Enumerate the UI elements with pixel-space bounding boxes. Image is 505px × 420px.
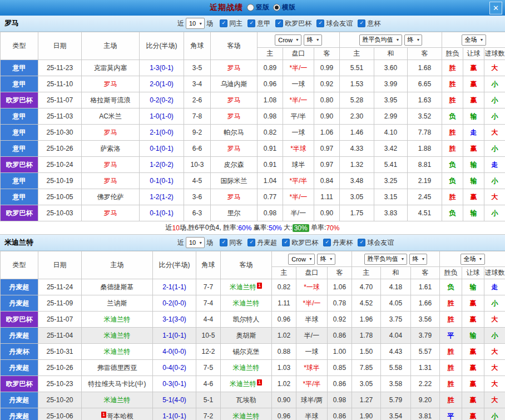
goals-flag: 小 [484, 328, 505, 344]
match-row: 欧罗巴杯25-11-07米迪兰特3-1(3-0)4-4凯尔特人0.96半球0.9… [1, 312, 505, 328]
bookmaker-select[interactable]: Crow▼ [275, 34, 301, 46]
bookmaker-select[interactable]: Crow▼ [288, 254, 315, 265]
league-badge: 欧罗巴杯 [1, 205, 38, 221]
match-score: 0-1(0-1) [140, 141, 184, 157]
away-team-name: 罗马 [227, 112, 241, 120]
goals-flag: 大 [484, 125, 505, 141]
match-score: 3-1(3-0) [153, 312, 196, 328]
avg-odds-draw: 5.41 [374, 157, 408, 173]
recent-count-select[interactable]: 10▼ [186, 237, 205, 248]
handicap-odds-home: 1.04 [258, 173, 283, 189]
away-team-name: 奥胡斯 [236, 332, 256, 339]
checkbox-checked-icon: ✓ [247, 19, 255, 27]
handicap-flag: 输 [463, 108, 484, 125]
team-bar: 罗马近10▼场✓同主✓意甲✓欧罗巴杯✓球会友谊✓意杯 [0, 16, 505, 32]
layout-radio-vertical[interactable]: 竖版 [247, 3, 269, 12]
filter-checkbox[interactable]: ✓同主 [220, 19, 242, 28]
handicap-group-header: Crow▼终▼ [272, 251, 352, 267]
avg-odds-draw: 3.54 [381, 408, 411, 420]
col-goals: 进球数 [484, 267, 505, 279]
match-row: 欧罗巴杯25-10-23特拉维夫马卡比(中)0-3(0-1)4-6米迪兰特11.… [1, 376, 505, 392]
scope-select[interactable]: 全场▼ [461, 254, 485, 265]
avg-final-select[interactable]: 终▼ [409, 254, 428, 265]
handicap-final-select[interactable]: 终▼ [317, 254, 335, 265]
avg-final-select[interactable]: 终▼ [404, 34, 423, 46]
avg-odds-away: 1.68 [408, 60, 442, 76]
filter-checkbox[interactable]: ✓欧罗巴杯 [275, 19, 311, 28]
away-team-cell: 罗马 [211, 92, 258, 108]
filter-checkbox[interactable]: ✓丹麦超 [247, 238, 277, 248]
match-date: 25-10-24 [38, 157, 82, 173]
scope-select[interactable]: 全场▼ [462, 34, 486, 46]
filter-checkbox[interactable]: ✓意杯 [358, 19, 380, 28]
away-team-cell: 米迪兰特1 [221, 279, 272, 295]
away-team-cell: 米迪兰特 [221, 360, 272, 376]
corner-score: 7-7 [196, 279, 221, 295]
avg-odds-away: 1.63 [408, 92, 442, 108]
handicap-odds-away: 0.78 [328, 295, 352, 312]
away-team-cell: 罗马 [211, 108, 258, 125]
handicap-odds-home: 0.90 [272, 392, 296, 408]
filter-label: 球会友谊 [367, 238, 394, 248]
filter-checkbox[interactable]: ✓同客 [220, 238, 242, 248]
filter-checkbox[interactable]: ✓球会友谊 [358, 238, 394, 248]
avg-odds-home: 1.50 [352, 344, 381, 360]
home-team-cell: 1哥本哈根 [82, 408, 153, 420]
avg-odds-away: 3.52 [408, 108, 442, 125]
radio-label: 竖版 [256, 3, 269, 12]
away-team-cell: 乌迪内斯 [211, 76, 258, 92]
handicap-odds-home: 1.02 [272, 376, 296, 392]
corner-score: 4-5 [184, 173, 211, 189]
match-score: 0-3(0-1) [153, 376, 196, 392]
league-badge: 意甲 [1, 141, 38, 157]
avg-odds-select[interactable]: 胜平负均值▼ [359, 34, 402, 46]
col-corner: 角球 [196, 251, 221, 279]
col-odds-home: 主 [272, 267, 296, 279]
recent-count-select[interactable]: 10▼ [186, 18, 205, 29]
handicap-flag: 输 [462, 328, 484, 344]
match-score: 1-2(1-2) [140, 189, 184, 205]
goals-flag: 小 [484, 108, 505, 125]
away-team-name: 乌迪内斯 [221, 80, 247, 88]
filter-label: 欧罗巴杯 [285, 19, 311, 28]
match-date: 25-11-10 [38, 76, 82, 92]
filter-checkbox[interactable]: ✓欧罗巴杯 [282, 238, 318, 248]
away-team-name: 米迪兰特 [230, 283, 256, 291]
match-score: 1-2(0-2) [140, 157, 184, 173]
avg-odds-away: 3.56 [411, 312, 440, 328]
col-avg-draw: 和 [381, 267, 411, 279]
near-label: 近 [177, 238, 184, 248]
checkbox-checked-icon: ✓ [316, 19, 324, 27]
avg-odds-away: 7.78 [408, 125, 442, 141]
handicap-flag: 赢 [462, 295, 484, 312]
avg-odds-home: 5.51 [340, 60, 374, 76]
league-rank-badge: 1 [257, 379, 262, 386]
corner-score: 6-3 [184, 205, 211, 221]
league-badge: 意甲 [1, 60, 38, 76]
chevron-down-icon: ▼ [329, 257, 333, 261]
league-badge: 欧罗巴杯 [1, 157, 38, 173]
away-team-name: 罗马 [227, 64, 241, 72]
handicap-flag: 赢 [462, 408, 484, 420]
filter-checkbox[interactable]: ✓丹麦杯 [323, 238, 353, 248]
away-team-name: 瓦埃勒 [236, 396, 256, 404]
match-score: 2-0(1-0) [140, 76, 184, 92]
matches-body: 意甲25-11-23克雷莫内塞1-3(0-1)3-5罗马0.89*半/一0.99… [1, 60, 505, 221]
result-flag: 平 [440, 408, 462, 420]
handicap-final-select[interactable]: 终▼ [304, 34, 322, 46]
avg-odds-away: 4.51 [408, 205, 442, 221]
filter-checkbox[interactable]: ✓意甲 [247, 19, 270, 28]
handicap-line: *半球 [283, 141, 314, 157]
layout-radio-horizontal[interactable]: 横版 [273, 3, 295, 12]
home-team-name: 桑德捷斯基 [101, 283, 134, 291]
close-button[interactable]: ✕ [489, 2, 502, 14]
league-badge: 丹麦超 [1, 360, 38, 376]
col-score: 比分(半场) [153, 251, 196, 279]
handicap-line: *球半 [296, 360, 328, 376]
avg-odds-select[interactable]: 胜平负均值▼ [364, 254, 407, 265]
col-type: 类型 [1, 32, 38, 60]
result-flag: 胜 [442, 60, 463, 76]
filter-checkbox[interactable]: ✓球会友谊 [316, 19, 353, 28]
league-badge: 欧罗巴杯 [1, 312, 38, 328]
away-team-cell: 凯尔特人 [221, 312, 272, 328]
